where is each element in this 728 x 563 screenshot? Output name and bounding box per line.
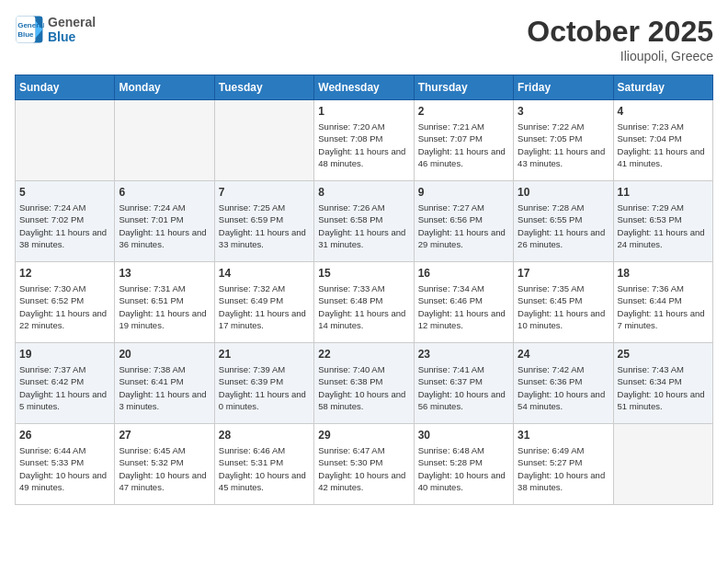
- day-number: 25: [618, 348, 709, 361]
- day-number: 12: [19, 267, 110, 280]
- day-number: 26: [19, 429, 110, 442]
- day-number: 4: [618, 105, 709, 118]
- day-info: Sunrise: 7:39 AM Sunset: 6:39 PM Dayligh…: [219, 363, 310, 412]
- day-info: Sunrise: 7:27 AM Sunset: 6:56 PM Dayligh…: [418, 201, 509, 250]
- calendar-title: October 2025: [527, 15, 713, 49]
- day-number: 23: [418, 348, 509, 361]
- day-number: 17: [518, 267, 609, 280]
- calendar-cell: [613, 424, 712, 505]
- day-info: Sunrise: 7:41 AM Sunset: 6:37 PM Dayligh…: [418, 363, 509, 412]
- calendar-cell: 30Sunrise: 6:48 AM Sunset: 5:28 PM Dayli…: [414, 424, 513, 505]
- calendar-week-3: 12Sunrise: 7:30 AM Sunset: 6:52 PM Dayli…: [16, 262, 713, 343]
- day-number: 20: [119, 348, 210, 361]
- logo: General Blue General Blue: [15, 15, 96, 44]
- day-info: Sunrise: 7:26 AM Sunset: 6:58 PM Dayligh…: [318, 201, 409, 250]
- calendar-cell: 19Sunrise: 7:37 AM Sunset: 6:42 PM Dayli…: [16, 343, 115, 424]
- day-number: 11: [618, 186, 709, 199]
- day-info: Sunrise: 6:49 AM Sunset: 5:27 PM Dayligh…: [518, 444, 609, 493]
- column-header-tuesday: Tuesday: [214, 75, 313, 100]
- day-info: Sunrise: 7:31 AM Sunset: 6:51 PM Dayligh…: [119, 282, 210, 331]
- day-number: 18: [618, 267, 709, 280]
- calendar-cell: 3Sunrise: 7:22 AM Sunset: 7:05 PM Daylig…: [514, 100, 613, 181]
- svg-text:Blue: Blue: [17, 30, 34, 39]
- logo-icon: General Blue: [15, 15, 44, 44]
- day-number: 19: [19, 348, 110, 361]
- day-number: 16: [418, 267, 509, 280]
- day-info: Sunrise: 7:24 AM Sunset: 7:01 PM Dayligh…: [119, 201, 210, 250]
- calendar-cell: 21Sunrise: 7:39 AM Sunset: 6:39 PM Dayli…: [214, 343, 313, 424]
- day-number: 13: [119, 267, 210, 280]
- calendar-cell: 29Sunrise: 6:47 AM Sunset: 5:30 PM Dayli…: [314, 424, 414, 505]
- calendar-cell: 24Sunrise: 7:42 AM Sunset: 6:36 PM Dayli…: [514, 343, 613, 424]
- day-info: Sunrise: 7:42 AM Sunset: 6:36 PM Dayligh…: [518, 363, 609, 412]
- svg-text:General: General: [17, 21, 44, 29]
- calendar-table: SundayMondayTuesdayWednesdayThursdayFrid…: [15, 75, 713, 505]
- calendar-cell: 14Sunrise: 7:32 AM Sunset: 6:49 PM Dayli…: [214, 262, 313, 343]
- day-info: Sunrise: 7:25 AM Sunset: 6:59 PM Dayligh…: [219, 201, 310, 250]
- day-info: Sunrise: 6:47 AM Sunset: 5:30 PM Dayligh…: [318, 444, 409, 493]
- calendar-cell: 7Sunrise: 7:25 AM Sunset: 6:59 PM Daylig…: [214, 181, 313, 262]
- day-number: 28: [219, 429, 310, 442]
- day-info: Sunrise: 7:20 AM Sunset: 7:08 PM Dayligh…: [318, 121, 409, 169]
- day-number: 7: [219, 186, 310, 199]
- day-info: Sunrise: 7:37 AM Sunset: 6:42 PM Dayligh…: [19, 363, 110, 412]
- day-number: 3: [518, 105, 609, 118]
- calendar-cell: [214, 100, 313, 181]
- calendar-week-5: 26Sunrise: 6:44 AM Sunset: 5:33 PM Dayli…: [16, 424, 713, 505]
- calendar-cell: 16Sunrise: 7:34 AM Sunset: 6:46 PM Dayli…: [414, 262, 513, 343]
- calendar-cell: 2Sunrise: 7:21 AM Sunset: 7:07 PM Daylig…: [414, 100, 513, 181]
- calendar-cell: 8Sunrise: 7:26 AM Sunset: 6:58 PM Daylig…: [314, 181, 414, 262]
- title-block: October 2025 Ilioupoli, Greece: [527, 15, 713, 63]
- calendar-cell: 13Sunrise: 7:31 AM Sunset: 6:51 PM Dayli…: [115, 262, 214, 343]
- day-number: 10: [518, 186, 609, 199]
- day-number: 14: [219, 267, 310, 280]
- calendar-cell: 20Sunrise: 7:38 AM Sunset: 6:41 PM Dayli…: [115, 343, 214, 424]
- calendar-cell: 15Sunrise: 7:33 AM Sunset: 6:48 PM Dayli…: [314, 262, 414, 343]
- day-info: Sunrise: 7:24 AM Sunset: 7:02 PM Dayligh…: [19, 201, 110, 250]
- day-number: 6: [119, 186, 210, 199]
- calendar-subtitle: Ilioupoli, Greece: [527, 49, 713, 63]
- day-info: Sunrise: 7:43 AM Sunset: 6:34 PM Dayligh…: [618, 363, 709, 412]
- column-header-saturday: Saturday: [613, 75, 712, 100]
- day-info: Sunrise: 7:29 AM Sunset: 6:53 PM Dayligh…: [618, 201, 709, 250]
- day-number: 31: [518, 429, 609, 442]
- day-info: Sunrise: 7:30 AM Sunset: 6:52 PM Dayligh…: [19, 282, 110, 331]
- calendar-cell: 28Sunrise: 6:46 AM Sunset: 5:31 PM Dayli…: [214, 424, 313, 505]
- day-number: 27: [119, 429, 210, 442]
- day-number: 9: [418, 186, 509, 199]
- calendar-cell: 1Sunrise: 7:20 AM Sunset: 7:08 PM Daylig…: [314, 100, 414, 181]
- day-info: Sunrise: 7:22 AM Sunset: 7:05 PM Dayligh…: [518, 121, 609, 169]
- calendar-cell: 22Sunrise: 7:40 AM Sunset: 6:38 PM Dayli…: [314, 343, 414, 424]
- day-number: 15: [318, 267, 409, 280]
- day-info: Sunrise: 6:48 AM Sunset: 5:28 PM Dayligh…: [418, 444, 509, 493]
- calendar-cell: 5Sunrise: 7:24 AM Sunset: 7:02 PM Daylig…: [16, 181, 115, 262]
- calendar-cell: 6Sunrise: 7:24 AM Sunset: 7:01 PM Daylig…: [115, 181, 214, 262]
- day-info: Sunrise: 7:35 AM Sunset: 6:45 PM Dayligh…: [518, 282, 609, 331]
- calendar-cell: 31Sunrise: 6:49 AM Sunset: 5:27 PM Dayli…: [514, 424, 613, 505]
- day-info: Sunrise: 6:45 AM Sunset: 5:32 PM Dayligh…: [119, 444, 210, 493]
- day-number: 21: [219, 348, 310, 361]
- calendar-week-4: 19Sunrise: 7:37 AM Sunset: 6:42 PM Dayli…: [16, 343, 713, 424]
- calendar-cell: [115, 100, 214, 181]
- column-header-friday: Friday: [514, 75, 613, 100]
- day-info: Sunrise: 7:38 AM Sunset: 6:41 PM Dayligh…: [119, 363, 210, 412]
- day-info: Sunrise: 7:40 AM Sunset: 6:38 PM Dayligh…: [318, 363, 409, 412]
- day-info: Sunrise: 7:34 AM Sunset: 6:46 PM Dayligh…: [418, 282, 509, 331]
- calendar-cell: 11Sunrise: 7:29 AM Sunset: 6:53 PM Dayli…: [613, 181, 712, 262]
- day-info: Sunrise: 6:46 AM Sunset: 5:31 PM Dayligh…: [219, 444, 310, 493]
- page-header: General Blue General Blue October 2025 I…: [15, 15, 713, 63]
- column-header-sunday: Sunday: [16, 75, 115, 100]
- header-row: SundayMondayTuesdayWednesdayThursdayFrid…: [16, 75, 713, 100]
- day-number: 22: [318, 348, 409, 361]
- day-info: Sunrise: 7:23 AM Sunset: 7:04 PM Dayligh…: [618, 121, 709, 169]
- calendar-week-2: 5Sunrise: 7:24 AM Sunset: 7:02 PM Daylig…: [16, 181, 713, 262]
- day-info: Sunrise: 7:33 AM Sunset: 6:48 PM Dayligh…: [318, 282, 409, 331]
- calendar-cell: 27Sunrise: 6:45 AM Sunset: 5:32 PM Dayli…: [115, 424, 214, 505]
- calendar-cell: 10Sunrise: 7:28 AM Sunset: 6:55 PM Dayli…: [514, 181, 613, 262]
- calendar-week-1: 1Sunrise: 7:20 AM Sunset: 7:08 PM Daylig…: [16, 100, 713, 181]
- calendar-cell: 18Sunrise: 7:36 AM Sunset: 6:44 PM Dayli…: [613, 262, 712, 343]
- day-info: Sunrise: 7:21 AM Sunset: 7:07 PM Dayligh…: [418, 121, 509, 169]
- column-header-wednesday: Wednesday: [314, 75, 414, 100]
- column-header-thursday: Thursday: [414, 75, 513, 100]
- day-number: 1: [318, 105, 409, 118]
